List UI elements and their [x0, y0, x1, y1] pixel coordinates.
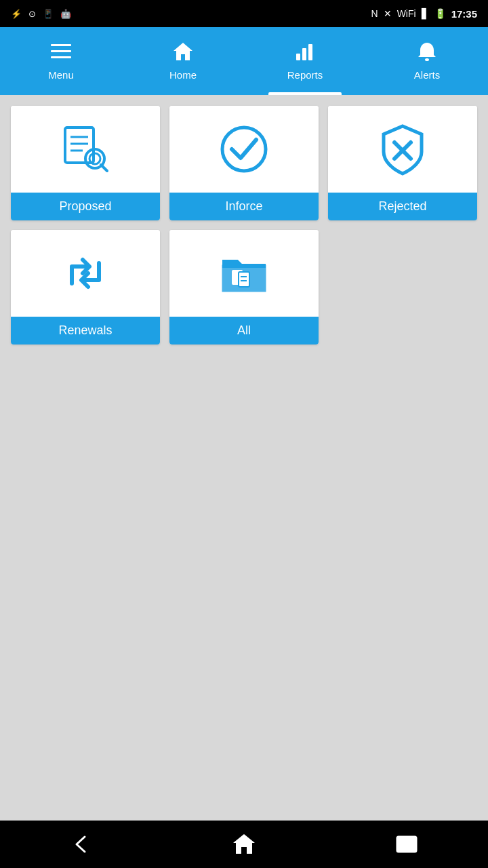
nav-item-menu[interactable]: Menu	[0, 27, 122, 95]
nav-item-reports[interactable]: Reports	[244, 27, 366, 95]
home-icon	[173, 41, 193, 65]
svg-rect-6	[308, 44, 312, 60]
inforce-label: Inforce	[169, 193, 319, 220]
top-nav: Menu Home Reports Alerts	[0, 27, 488, 95]
wifi-icon: WiFi	[397, 8, 416, 19]
nav-item-alerts[interactable]: Alerts	[366, 27, 488, 95]
inforce-icon-area	[169, 106, 319, 193]
reports-icon	[295, 41, 315, 65]
recents-button[interactable]	[386, 827, 427, 861]
proposed-label: Proposed	[11, 193, 160, 220]
svg-marker-3	[174, 43, 192, 60]
rejected-icon	[375, 122, 430, 176]
tile-all[interactable]: All	[169, 230, 319, 344]
rejected-label: Rejected	[328, 193, 477, 220]
bottom-nav	[0, 821, 488, 868]
tiles-grid: Proposed Inforce	[11, 106, 477, 344]
svg-point-7	[425, 58, 429, 61]
recents-icon	[395, 833, 418, 856]
home-bottom-icon	[232, 833, 256, 856]
renewals-label: Renewals	[11, 317, 160, 344]
tile-inforce[interactable]: Inforce	[169, 106, 319, 220]
tile-proposed[interactable]: Proposed	[11, 106, 160, 220]
svg-rect-23	[397, 837, 416, 852]
svg-rect-2	[51, 56, 71, 58]
svg-rect-4	[296, 54, 300, 60]
nav-item-home[interactable]: Home	[122, 27, 244, 95]
proposed-icon	[58, 122, 113, 176]
svg-rect-1	[51, 50, 71, 52]
alerts-icon	[417, 41, 437, 65]
status-bar-right: N ✕ WiFi ▋ 🔋 17:35	[371, 8, 478, 20]
tile-rejected[interactable]: Rejected	[328, 106, 477, 220]
reports-label: Reports	[287, 69, 323, 81]
tile-renewals[interactable]: Renewals	[11, 230, 160, 344]
svg-marker-22	[233, 834, 255, 854]
nfc-icon: N	[371, 8, 378, 19]
time-display: 17:35	[451, 8, 477, 20]
signal-icon: ▋	[422, 8, 429, 19]
main-content: Proposed Inforce	[0, 95, 488, 821]
battery-icon: 🔋	[434, 8, 446, 19]
inforce-icon	[217, 122, 271, 176]
renewals-icon-area	[11, 230, 160, 317]
home-label: Home	[169, 69, 197, 81]
usb-icon: ⚡	[11, 9, 22, 19]
alerts-label: Alerts	[414, 69, 440, 81]
android-icon: 🤖	[60, 9, 71, 19]
all-icon-area	[169, 230, 319, 317]
svg-rect-19	[239, 272, 249, 287]
svg-rect-0	[51, 44, 71, 46]
status-bar: ⚡ ⊙ 📱 🤖 N ✕ WiFi ▋ 🔋 17:35	[0, 0, 488, 27]
menu-icon	[51, 41, 71, 65]
svg-rect-5	[302, 48, 306, 60]
location-icon: ⊙	[28, 9, 36, 19]
proposed-icon-area	[11, 106, 160, 193]
renewals-icon	[58, 246, 113, 300]
all-icon	[217, 246, 271, 300]
status-bar-left: ⚡ ⊙ 📱 🤖	[11, 9, 71, 19]
home-button[interactable]	[224, 827, 264, 861]
menu-label: Menu	[48, 69, 74, 81]
all-label: All	[169, 317, 319, 344]
phone-icon: 📱	[43, 9, 54, 19]
rejected-icon-area	[328, 106, 477, 193]
svg-line-14	[101, 165, 107, 171]
back-icon	[70, 833, 93, 856]
mute-icon: ✕	[384, 8, 392, 19]
back-button[interactable]	[61, 827, 102, 861]
svg-point-15	[222, 127, 266, 171]
